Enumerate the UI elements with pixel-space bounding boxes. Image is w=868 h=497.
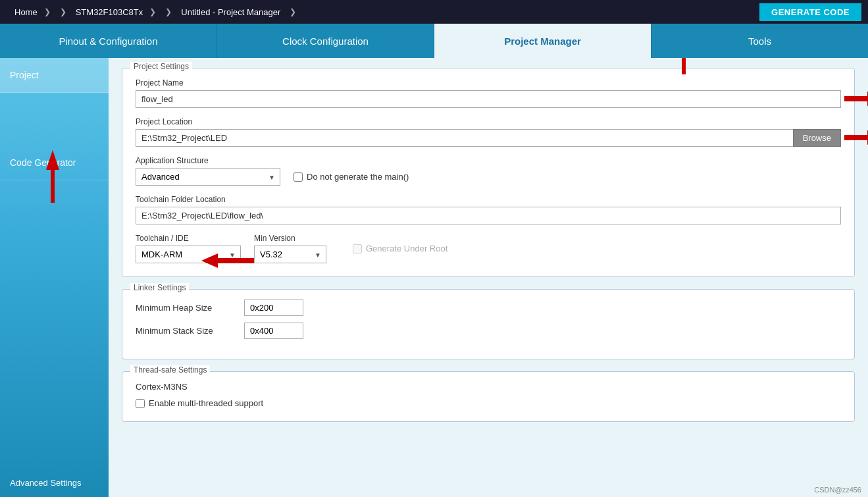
svg-marker-3 <box>844 130 868 145</box>
thread-safe-settings-title: Thread-safe Settings <box>130 365 210 375</box>
nav-home[interactable]: Home <box>7 0 59 24</box>
project-name-group: Project Name <box>136 78 841 108</box>
min-stack-input[interactable] <box>244 323 303 339</box>
toolchain-folder-label: Toolchain Folder Location <box>136 195 841 204</box>
project-location-input[interactable] <box>136 129 793 147</box>
min-heap-label: Minimum Heap Size <box>136 303 234 313</box>
application-structure-label: Application Structure <box>136 156 841 165</box>
content-area: Project Settings Project Name Project Lo… <box>109 58 868 497</box>
no-generate-main-checkbox[interactable] <box>294 172 303 182</box>
project-name-label: Project Name <box>136 78 841 88</box>
main-layout: Project Code Generator Advanced Settings… <box>0 58 868 497</box>
enable-multithreaded-label[interactable]: Enable multi-threaded support <box>136 398 841 408</box>
project-name-input-wrapper <box>136 90 841 108</box>
min-stack-row: Minimum Stack Size <box>136 323 841 339</box>
toolchain-select[interactable]: MDK-ARM EWARM SW4STM32 Makefile <box>136 246 241 263</box>
sidebar-item-project[interactable]: Project <box>0 58 109 93</box>
enable-multithreaded-checkbox[interactable] <box>136 399 145 408</box>
nav-project[interactable]: Untitled - Project Manager <box>173 0 288 24</box>
generate-under-root-label: Generate Under Root <box>366 244 447 253</box>
application-structure-select-wrapper: Advanced Basic <box>136 168 280 186</box>
watermark: CSDN@zz456 <box>814 486 861 494</box>
project-settings-section: Project Settings Project Name Project Lo… <box>122 68 855 277</box>
linker-settings-title: Linker Settings <box>130 283 189 292</box>
project-name-input[interactable] <box>136 90 841 108</box>
sidebar-item-advanced-settings[interactable]: Advanced Settings <box>0 469 109 497</box>
min-version-select[interactable]: V5.32 V5.31 V5.30 <box>254 246 326 263</box>
project-location-input-wrapper: Browse <box>136 129 841 147</box>
enable-multithreaded-text: Enable multi-threaded support <box>149 398 263 408</box>
no-generate-main-checkbox-label[interactable]: Do not generate the main() <box>294 172 409 182</box>
linker-settings-section: Linker Settings Minimum Heap Size Minimu… <box>122 289 855 359</box>
no-generate-main-label: Do not generate the main() <box>307 172 409 182</box>
project-location-group: Project Location Browse <box>136 117 841 147</box>
toolchain-select-wrapper: MDK-ARM EWARM SW4STM32 Makefile <box>136 246 241 263</box>
application-structure-select[interactable]: Advanced Basic <box>136 168 280 186</box>
tab-bar: Pinout & Configuration Clock Configurati… <box>0 24 868 58</box>
top-nav: Home ❯ STM32F103C8Tx ❯ Untitled - Projec… <box>0 0 868 24</box>
browse-button[interactable]: Browse <box>793 129 841 147</box>
min-version-group: Min Version V5.32 V5.31 V5.30 <box>254 234 326 263</box>
tab-project-manager[interactable]: Project Manager <box>434 24 651 58</box>
toolchain-row: Toolchain / IDE MDK-ARM EWARM SW4STM32 M… <box>136 234 841 263</box>
nav-chip[interactable]: STM32F103C8Tx <box>68 0 165 24</box>
application-structure-group: Application Structure Advanced Basic Do … <box>136 156 841 186</box>
tab-tools[interactable]: Tools <box>651 24 868 58</box>
project-settings-title: Project Settings <box>130 62 192 71</box>
min-heap-row: Minimum Heap Size <box>136 300 841 316</box>
min-version-select-wrapper: V5.32 V5.31 V5.30 <box>254 246 326 263</box>
project-location-label: Project Location <box>136 117 841 126</box>
toolchain-folder-group: Toolchain Folder Location <box>136 195 841 224</box>
svg-marker-2 <box>844 92 868 106</box>
min-version-label: Min Version <box>254 234 326 243</box>
min-heap-input[interactable] <box>244 300 303 316</box>
toolchain-folder-input[interactable] <box>136 207 841 224</box>
generate-code-button[interactable]: GENERATE CODE <box>759 3 861 21</box>
generate-under-root-checkbox <box>353 244 362 253</box>
sidebar: Project Code Generator Advanced Settings <box>0 58 109 497</box>
generate-under-root-group: Generate Under Root <box>353 244 447 253</box>
tab-clock[interactable]: Clock Configuration <box>217 24 434 58</box>
toolchain-group: Toolchain / IDE MDK-ARM EWARM SW4STM32 M… <box>136 234 241 263</box>
tab-pinout[interactable]: Pinout & Configuration <box>0 24 217 58</box>
breadcrumb: Home ❯ STM32F103C8Tx ❯ Untitled - Projec… <box>7 0 759 24</box>
thread-safe-subtitle: Cortex-M3NS <box>136 382 841 392</box>
project-location-row: Browse <box>136 129 841 147</box>
application-structure-row: Advanced Basic Do not generate the main(… <box>136 168 841 186</box>
content-wrapper: Project Settings Project Name Project Lo… <box>122 68 855 422</box>
sidebar-item-code-generator[interactable]: Code Generator <box>0 145 109 180</box>
thread-safe-settings-section: Thread-safe Settings Cortex-M3NS Enable … <box>122 371 855 422</box>
min-stack-label: Minimum Stack Size <box>136 326 234 336</box>
toolchain-ide-label: Toolchain / IDE <box>136 234 241 243</box>
